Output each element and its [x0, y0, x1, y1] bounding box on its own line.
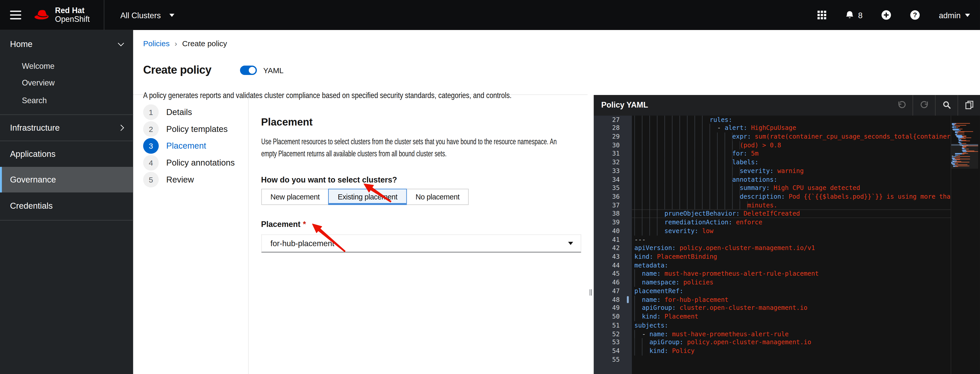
- code-line: rules:: [632, 115, 950, 124]
- chevron-down-icon: [965, 13, 970, 16]
- minimap-token: [958, 138, 962, 138]
- cluster-selector-dropdown[interactable]: All Clusters: [116, 10, 178, 20]
- code-line-text: metadata:: [632, 261, 668, 269]
- minimap-token: [956, 134, 958, 134]
- wizard-step-details[interactable]: 1Details: [133, 104, 248, 121]
- code-token: warning: [773, 167, 803, 174]
- gutter-line-number: 47: [594, 287, 632, 295]
- sidebar-item-applications[interactable]: Applications: [0, 141, 133, 167]
- sidebar-item-overview[interactable]: Overview: [0, 75, 133, 92]
- yaml-editor-panel: Policy YAML: [594, 95, 980, 374]
- help-button[interactable]: ?: [910, 10, 920, 20]
- wizard-steps: 1Details2Policy templates3Placement4Poli…: [133, 104, 248, 188]
- placement-heading: Placement: [261, 116, 587, 128]
- code-line-text: expr: sum(rate(container_cpu_usage_secon…: [632, 133, 950, 140]
- user-menu-dropdown[interactable]: admin: [939, 10, 970, 20]
- minimap-viewport-slider[interactable]: [951, 143, 978, 169]
- option-new-placement[interactable]: New placement: [261, 189, 329, 205]
- code-token: minutes.: [748, 202, 778, 209]
- code-line-text: apiGroup: policy.open-cluster-management…: [632, 339, 811, 346]
- code-line: kind: Placement: [632, 312, 950, 321]
- minimap-token: [961, 140, 966, 141]
- minimap-row: [952, 130, 978, 131]
- code-line-text: labels:: [632, 159, 759, 166]
- nav-toggle-hamburger-icon[interactable]: [10, 11, 21, 19]
- minimap-cursor-tick: [951, 161, 953, 163]
- sidebar-item-governance[interactable]: Governance: [0, 167, 133, 192]
- brand-logo[interactable]: Red Hat OpenShift: [33, 6, 90, 24]
- minimap-token: [957, 137, 964, 138]
- yaml-editor-toolbar: [891, 95, 980, 115]
- minimap-row: [952, 141, 978, 142]
- code-line: kind: Policy: [632, 347, 950, 355]
- question-circle-icon: ?: [910, 10, 920, 20]
- code-token: for-hub-placement: [660, 296, 729, 303]
- sidebar-group-home[interactable]: Home: [0, 30, 133, 57]
- gutter-line-number: 51: [594, 321, 632, 329]
- plus-circle-icon: [881, 10, 891, 20]
- minimap-token: [956, 135, 962, 136]
- option-no-placement[interactable]: No placement: [406, 189, 469, 205]
- option-existing-placement[interactable]: Existing placement: [328, 189, 407, 205]
- gutter-line-number: 42: [594, 244, 632, 252]
- notifications-button[interactable]: 8: [845, 10, 862, 20]
- gutter-line-number: 45: [594, 269, 632, 278]
- breadcrumb-link-policies[interactable]: Policies: [143, 39, 169, 48]
- code-line: kind: PlacementBinding: [632, 252, 950, 261]
- code-line-text: kind: Policy: [632, 347, 695, 354]
- code-token: labels:: [732, 159, 759, 166]
- placement-field-label-text: Placement: [261, 220, 301, 229]
- placement-select[interactable]: for-hub-placement: [261, 235, 581, 253]
- masthead-right: 8 ? admin: [818, 10, 970, 20]
- step-number: 1: [143, 105, 159, 120]
- undo-button[interactable]: [891, 95, 913, 115]
- minimap-token: [963, 136, 966, 137]
- search-button[interactable]: [935, 95, 958, 115]
- copy-button[interactable]: [958, 95, 980, 115]
- wizard-step-review[interactable]: 5Review: [133, 172, 248, 188]
- redo-button[interactable]: [913, 95, 935, 115]
- wizard-step-placement[interactable]: 3Placement: [133, 138, 248, 154]
- gutter-line-number: 28: [594, 124, 632, 132]
- splitter-drag-handle[interactable]: [589, 289, 592, 295]
- sidebar-item-infrastructure[interactable]: Infrastructure: [0, 115, 133, 140]
- gutter-line-number: 33: [594, 167, 632, 175]
- app-launcher-button[interactable]: [818, 11, 826, 19]
- step-number: 4: [143, 155, 159, 171]
- create-button[interactable]: [881, 10, 891, 20]
- yaml-toggle-switch[interactable]: [240, 65, 257, 75]
- gutter-line-number: 30: [594, 141, 632, 150]
- code-token: annotations:: [732, 176, 778, 183]
- sidebar-item-credentials[interactable]: Credentials: [0, 192, 133, 220]
- breadcrumb: Policies › Create policy: [143, 39, 587, 48]
- sidebar-item-search[interactable]: Search: [0, 92, 133, 109]
- wizard-step-policy-annotations[interactable]: 4Policy annotations: [133, 154, 248, 172]
- minimap-row: [952, 126, 978, 127]
- switch-knob: [248, 67, 256, 74]
- minimap-row: [952, 137, 978, 138]
- editor-code-area[interactable]: rules: - alert: HighCpuUsage expr: sum(r…: [632, 115, 950, 374]
- gutter-line-number: 54: [594, 347, 632, 355]
- editor-minimap[interactable]: [951, 115, 978, 374]
- sidebar-item-label: Credentials: [10, 201, 52, 211]
- step-label: Placement: [166, 142, 206, 151]
- sidebar-item-label: Infrastructure: [10, 123, 60, 132]
- code-token: rules:: [710, 116, 732, 123]
- minimap-token: [954, 124, 956, 124]
- code-line-text: (pod) > 0.8: [632, 142, 781, 149]
- code-line: metadata:: [632, 261, 950, 269]
- wizard-step-policy-templates[interactable]: 2Policy templates: [133, 121, 248, 138]
- code-token: Pod {{`{{$labels.pod}}`}} is using more …: [785, 193, 951, 200]
- step-number: 5: [143, 172, 159, 188]
- placement-field-label: Placement*: [261, 220, 587, 229]
- code-line: for: 5m: [632, 150, 950, 158]
- code-line-text: description: Pod {{`{{$labels.pod}}`}} i…: [632, 193, 950, 200]
- masthead-left: Red Hat OpenShift All Clusters: [10, 0, 178, 30]
- code-line-text: for: 5m: [632, 150, 759, 157]
- minimap-row: [952, 132, 978, 132]
- gutter-line-number: 31: [594, 150, 632, 158]
- minimap-token: [956, 127, 958, 128]
- code-token: namespace:: [642, 279, 679, 286]
- minimap-token: [953, 129, 959, 130]
- sidebar-item-welcome[interactable]: Welcome: [0, 57, 133, 75]
